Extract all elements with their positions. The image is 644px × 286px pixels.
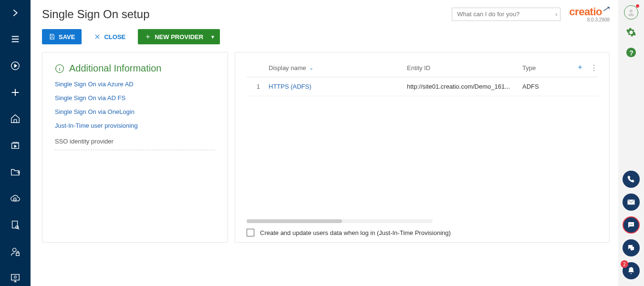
right-rail: ? 2 [618, 0, 644, 286]
page-title: Single Sign On setup [42, 8, 149, 21]
notifications-button[interactable]: 2 [623, 262, 640, 279]
row-entity-id: http://site01.creatio.com/Demo_161... [407, 83, 522, 90]
topbar: Single Sign On setup › creatio 8.0.3.290… [42, 6, 610, 22]
table-row[interactable]: 1 HTTPS (ADFS) http://site01.creatio.com… [247, 77, 598, 96]
play-icon[interactable] [6, 58, 25, 74]
caret-down-icon: ▼ [210, 34, 215, 40]
home-icon[interactable] [6, 111, 25, 127]
chevron-right-icon[interactable]: › [555, 10, 557, 18]
additional-info-heading: Additional Information [55, 63, 215, 74]
content: Additional Information Single Sign On vi… [42, 52, 610, 243]
user-lock-icon[interactable] [6, 244, 25, 260]
row-index: 1 [247, 83, 269, 90]
menu-icon[interactable] [6, 31, 25, 48]
jit-label: Create and update users data when log in… [260, 229, 451, 236]
info-links: Single Sign On via Azure AD Single Sign … [55, 81, 215, 129]
expand-nav-icon[interactable] [6, 5, 25, 21]
svg-point-5 [13, 248, 16, 251]
add-icon[interactable] [6, 84, 25, 101]
svg-point-14 [630, 224, 631, 225]
providers-table-head: Display name ⌄ Entity ID Type ⋮ [247, 62, 598, 77]
action-bar: SAVE CLOSE NEW PROVIDER ▼ [42, 29, 610, 44]
more-actions-button[interactable]: ⋮ [590, 66, 598, 71]
row-display-name[interactable]: HTTPS (ADFS) [269, 83, 407, 90]
col-entity-id[interactable]: Entity ID [407, 64, 522, 72]
link-jit-provisioning[interactable]: Just-In-Time user provisioning [55, 122, 215, 129]
svg-rect-7 [11, 275, 20, 280]
save-button[interactable]: SAVE [42, 29, 82, 44]
link-onelogin[interactable]: Single Sign On via OneLogin [55, 108, 215, 115]
additional-info-panel: Additional Information Single Sign On vi… [42, 52, 228, 243]
svg-point-15 [631, 224, 632, 225]
svg-point-10 [630, 10, 633, 12]
document-search-icon[interactable] [6, 217, 25, 233]
brand-logo: creatio [569, 6, 610, 18]
cloud-code-icon[interactable]: { } [6, 191, 25, 207]
svg-rect-3 [12, 221, 18, 228]
close-button[interactable]: CLOSE [87, 29, 132, 44]
link-azure-ad[interactable]: Single Sign On via Azure AD [55, 81, 215, 88]
help-button[interactable]: ? [623, 45, 639, 60]
svg-text:?: ? [629, 50, 633, 57]
info-icon [55, 64, 64, 73]
jit-checkbox-row[interactable]: Create and update users data when log in… [247, 229, 598, 236]
mail-button[interactable] [623, 194, 640, 211]
svg-text:{ }: { } [13, 197, 17, 201]
settings-button[interactable] [623, 25, 639, 40]
profile-avatar[interactable] [623, 5, 639, 20]
svg-rect-6 [16, 253, 19, 255]
chevron-down-icon: ⌄ [309, 65, 313, 71]
notif-badge: 2 [621, 260, 628, 268]
add-row-button[interactable] [577, 64, 583, 72]
global-search[interactable]: › [452, 8, 561, 21]
row-type: ADFS [522, 83, 570, 90]
col-display-name[interactable]: Display name ⌄ [269, 64, 407, 72]
link-ad-fs[interactable]: Single Sign On via AD FS [55, 94, 215, 102]
providers-panel: Display name ⌄ Entity ID Type ⋮ 1 HTTPS … [235, 52, 610, 243]
presence-dot-icon [636, 4, 639, 8]
left-nav: { } [0, 0, 31, 286]
phone-button[interactable] [623, 171, 640, 188]
scrollbar-thumb[interactable] [247, 219, 342, 223]
library-icon[interactable] [6, 137, 25, 153]
sso-provider-label: SSO identity provider [55, 138, 215, 150]
jit-checkbox[interactable] [247, 229, 254, 236]
plus-icon [145, 33, 151, 40]
save-icon [49, 33, 55, 40]
chat-button[interactable] [623, 216, 640, 234]
monitor-settings-icon[interactable] [6, 270, 25, 286]
feed-button[interactable] [623, 239, 640, 256]
brand-version: 8.0.3.2908 [587, 17, 610, 22]
svg-point-16 [632, 224, 633, 225]
folder-import-icon[interactable] [6, 164, 25, 180]
search-input[interactable] [457, 10, 555, 18]
horizontal-scrollbar[interactable] [247, 219, 433, 223]
new-provider-button[interactable]: NEW PROVIDER ▼ [138, 29, 220, 44]
close-icon [94, 33, 101, 40]
brand-block: creatio 8.0.3.2908 [569, 6, 610, 22]
col-type[interactable]: Type [522, 64, 570, 72]
svg-point-8 [14, 276, 17, 278]
main-area: Single Sign On setup › creatio 8.0.3.290… [31, 0, 618, 286]
